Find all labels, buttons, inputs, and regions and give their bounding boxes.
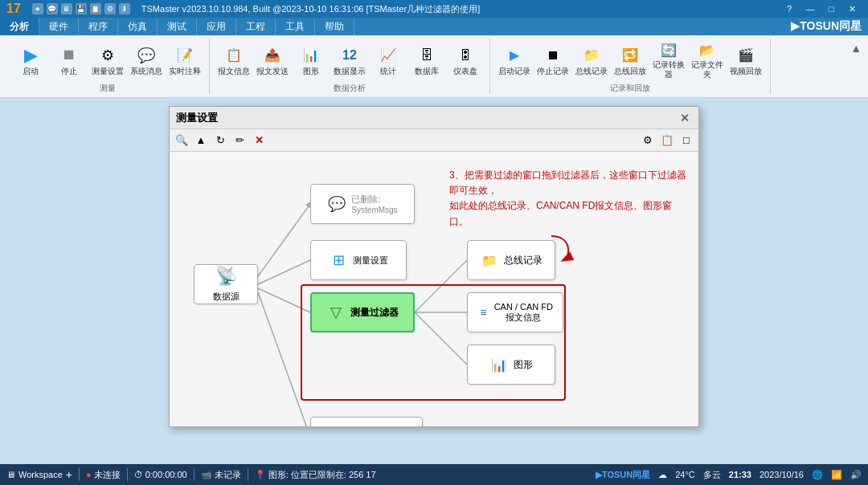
systemmsgs-sublabel: SystemMsgs [351, 206, 397, 214]
tab-help[interactable]: 帮助 [315, 18, 354, 35]
recording-label: 未记录 [215, 469, 241, 481]
content-area: 测量设置 ✕ 🔍 ▲ ↻ ✏ ✕ ⚙ 📋 □ [0, 98, 868, 464]
stop-record-btn[interactable]: ⏹ 停止记录 [535, 39, 571, 81]
close-btn[interactable]: ✕ [842, 2, 862, 16]
bus-playback-icon: 🔁 [619, 44, 641, 67]
dialog-right-icons: ⚙ 📋 □ [639, 132, 695, 149]
node-deleted-systemmsgs[interactable]: 💬 已删除: SystemMsgs [310, 184, 415, 224]
tab-hardware[interactable]: 硬件 [39, 18, 79, 35]
dialog-copy-icon[interactable]: 📋 [658, 132, 676, 149]
maximize-btn[interactable]: □ [821, 2, 841, 16]
message-send-btn[interactable]: 📤 报文发送 [255, 39, 290, 81]
database-btn[interactable]: 🗄 数据库 [409, 39, 444, 81]
status-bar-right: ▶TOSUN同星 ☁ 24°C 多云 21:33 2023/10/16 🌐 📶 … [596, 469, 862, 481]
statistics-btn[interactable]: 📈 统计 [371, 39, 406, 81]
data-display-icon: 12 [338, 44, 361, 67]
stop-record-label: 停止记录 [537, 67, 569, 76]
position-icon: 📍 [255, 470, 266, 480]
recording-status: 📹 未记录 [201, 469, 241, 481]
graph-label: 图形 [303, 67, 319, 76]
record-converter-btn[interactable]: 🔄 记录转换器 [651, 39, 686, 81]
annotation-content: 3、把需要过滤的窗口拖到过滤器后，这些窗口下过滤器即可生效，如此处的总线记录、C… [449, 169, 686, 227]
database-label: 数据库 [415, 67, 439, 76]
status-divider-3 [194, 468, 194, 481]
dialog-up-btn[interactable]: ▲ [192, 132, 210, 149]
dialog-close-btn[interactable]: ✕ [678, 111, 692, 125]
dialog-title-bar: 测量设置 ✕ [170, 107, 698, 129]
toolbar-collapse[interactable]: ▲ [850, 39, 862, 94]
bus-record-btn[interactable]: 📁 总线记录 [574, 39, 609, 81]
icon-chat: 💬 [47, 3, 58, 14]
realtime-note-btn[interactable]: 📝 实时注释 [167, 39, 203, 81]
start-icon: ▶ [19, 44, 42, 67]
database-icon: 🗄 [416, 44, 438, 67]
tab-simulation[interactable]: 仿真 [118, 18, 158, 35]
bus-playback-btn[interactable]: 🔁 总线回放 [612, 39, 648, 81]
connection-status: ● 未连接 [86, 469, 121, 481]
tab-test[interactable]: 测试 [158, 18, 197, 35]
date-value: 2023/10/16 [760, 470, 804, 479]
workspace-item[interactable]: 🖥 Workspace + [6, 468, 72, 481]
dialog-expand-icon[interactable]: □ [678, 132, 695, 149]
node-graph[interactable]: 📊 图形 [467, 344, 555, 385]
system-msg-icon: 💬 [135, 44, 158, 67]
measurement-settings-btn[interactable]: ⚙ 测量设置 [90, 39, 125, 81]
tab-tools[interactable]: 工具 [276, 18, 315, 35]
tab-program[interactable]: 程序 [79, 18, 118, 35]
stop-icon: ⏹ [58, 44, 80, 67]
svg-line-0 [258, 204, 310, 276]
realtime-note-label: 实时注释 [169, 67, 201, 76]
workspace-add[interactable]: + [66, 468, 72, 481]
busrecord-icon: 📁 [480, 251, 499, 270]
tab-app[interactable]: 应用 [197, 18, 236, 35]
measurement-settings-icon: ⚙ [96, 44, 119, 67]
network-icon: 🌐 [812, 470, 823, 480]
start-label: 启动 [23, 67, 39, 76]
position-status: 📍 图形: 位置已限制在: 256 17 [255, 469, 376, 481]
busrecord-label: 总线记录 [504, 254, 542, 267]
stop-btn[interactable]: ⏹ 停止 [51, 39, 87, 81]
data-display-btn[interactable]: 12 数据显示 [332, 39, 367, 81]
node-datasource[interactable]: 📡 数据源 [194, 264, 258, 304]
help-btn[interactable]: ? [780, 2, 799, 16]
graph-btn[interactable]: 📊 图形 [293, 39, 329, 81]
dialog-edit-btn[interactable]: ✏ [231, 132, 248, 149]
dashboard-btn[interactable]: 🎛 仪表盘 [448, 39, 483, 81]
status-divider-4 [248, 468, 248, 481]
canfd-label: CAN / CAN FD 报文信息 [494, 302, 553, 324]
node-busrecord[interactable]: 📁 总线记录 [467, 240, 555, 280]
start-record-label: 启动记录 [498, 67, 530, 76]
node-candatabase[interactable]: 🗄 已删除: CANDatabase [310, 417, 423, 426]
minimize-btn[interactable]: — [800, 2, 820, 16]
tosun-logo-tab: ▶TOSUN同星 [791, 19, 862, 34]
status-divider-2 [127, 468, 128, 481]
record-folder-btn[interactable]: 📂 记录文件夹 [690, 39, 725, 81]
dialog-title: 测量设置 [176, 111, 218, 125]
datasource-icon: 📡 [216, 267, 235, 286]
tab-analysis[interactable]: 分析 [0, 18, 39, 35]
measurement-group-label: 测量 [13, 83, 203, 94]
node-filter[interactable]: ▽ 测量过滤器 [310, 292, 415, 332]
statistics-icon: 📈 [377, 44, 399, 67]
weather-icon: ☁ [658, 470, 667, 480]
start-record-btn[interactable]: ▶ 启动记录 [497, 39, 532, 81]
svg-line-1 [258, 260, 310, 284]
title-bar: 17 ● 💬 🖥 💾 📋 ⚙ ⬇ TSMaster v2023.10.10.98… [0, 0, 868, 18]
title-bar-left: 17 ● 💬 🖥 💾 📋 ⚙ ⬇ TSMaster v2023.10.10.98… [6, 2, 480, 16]
datasource-label: 数据源 [213, 291, 240, 303]
message-info-btn[interactable]: 📋 报文信息 [216, 39, 252, 81]
filter-icon: ▽ [326, 303, 346, 322]
position-value: 图形: 位置已限制在: 256 17 [268, 469, 376, 481]
system-msg-btn[interactable]: 💬 系统消息 [129, 39, 164, 81]
stop-label: 停止 [61, 67, 77, 76]
tab-project[interactable]: 工程 [236, 18, 276, 35]
video-playback-btn[interactable]: 🎬 视频回放 [728, 39, 764, 81]
start-btn[interactable]: ▶ 启动 [13, 39, 48, 81]
dialog-refresh-btn[interactable]: ↻ [211, 132, 229, 149]
measurement-label: 测量设置 [353, 255, 388, 267]
dialog-delete-btn[interactable]: ✕ [250, 132, 268, 149]
dialog-search-btn[interactable]: 🔍 [173, 132, 190, 149]
node-canfd[interactable]: ≡ CAN / CAN FD 报文信息 [467, 292, 563, 332]
node-measurement[interactable]: ⊞ 测量设置 [310, 240, 407, 280]
dialog-settings-icon[interactable]: ⚙ [639, 132, 657, 149]
